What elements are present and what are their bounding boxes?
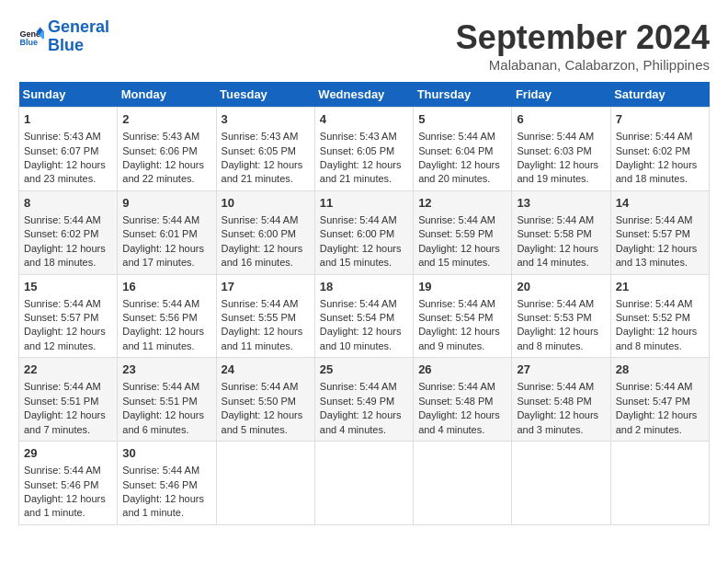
day-number: 3 (222, 111, 310, 128)
calendar-cell: 14Sunrise: 5:44 AMSunset: 5:57 PMDayligh… (610, 190, 709, 274)
sunrise-label: Sunrise: 5:43 AM (24, 131, 101, 142)
sunrise-label: Sunrise: 5:44 AM (418, 131, 495, 142)
sunrise-label: Sunrise: 5:44 AM (320, 214, 397, 225)
weekday-header-saturday: Saturday (610, 82, 709, 108)
day-number: 8 (24, 195, 112, 212)
day-number: 14 (616, 195, 704, 212)
sunrise-label: Sunrise: 5:43 AM (122, 131, 199, 142)
daylight-label: Daylight: 12 hours and 4 minutes. (320, 409, 402, 434)
sunset-label: Sunset: 5:48 PM (418, 396, 493, 407)
logo-text: GeneralBlue (48, 18, 109, 55)
sunrise-label: Sunrise: 5:44 AM (418, 381, 495, 392)
logo: General Blue GeneralBlue (18, 18, 109, 55)
weekday-header-row: SundayMondayTuesdayWednesdayThursdayFrid… (19, 82, 710, 108)
calendar-cell: 1Sunrise: 5:43 AMSunset: 6:07 PMDaylight… (19, 108, 118, 191)
calendar-cell: 24Sunrise: 5:44 AMSunset: 5:50 PMDayligh… (216, 358, 314, 442)
sunset-label: Sunset: 6:02 PM (616, 145, 690, 156)
day-number: 15 (24, 279, 112, 295)
day-number: 19 (418, 279, 506, 295)
daylight-label: Daylight: 12 hours and 19 minutes. (517, 159, 598, 184)
daylight-label: Daylight: 12 hours and 15 minutes. (418, 243, 500, 268)
daylight-label: Daylight: 12 hours and 23 minutes. (24, 159, 106, 184)
day-number: 30 (122, 445, 210, 462)
calendar-week-row-1: 1Sunrise: 5:43 AMSunset: 6:07 PMDaylight… (19, 108, 710, 191)
sunset-label: Sunset: 5:47 PM (616, 396, 690, 407)
daylight-label: Daylight: 12 hours and 21 minutes. (222, 159, 303, 184)
calendar-cell: 27Sunrise: 5:44 AMSunset: 5:48 PMDayligh… (512, 358, 610, 442)
sunset-label: Sunset: 5:51 PM (122, 396, 197, 407)
sunset-label: Sunset: 6:00 PM (320, 228, 394, 239)
calendar-cell (414, 442, 512, 525)
sunrise-label: Sunrise: 5:44 AM (222, 298, 299, 309)
sunrise-label: Sunrise: 5:44 AM (517, 381, 594, 392)
title-area: September 2024 Malabanan, Calabarzon, Ph… (456, 18, 710, 73)
calendar-cell: 25Sunrise: 5:44 AMSunset: 5:49 PMDayligh… (314, 358, 413, 442)
calendar-cell: 4Sunrise: 5:43 AMSunset: 6:05 PMDaylight… (314, 108, 413, 191)
daylight-label: Daylight: 12 hours and 5 minutes. (222, 409, 303, 434)
sunset-label: Sunset: 5:57 PM (616, 228, 690, 239)
daylight-label: Daylight: 12 hours and 4 minutes. (418, 409, 500, 434)
daylight-label: Daylight: 12 hours and 6 minutes. (122, 409, 204, 434)
calendar-cell: 28Sunrise: 5:44 AMSunset: 5:47 PMDayligh… (610, 358, 709, 442)
day-number: 29 (24, 445, 112, 462)
calendar-cell: 23Sunrise: 5:44 AMSunset: 5:51 PMDayligh… (118, 358, 216, 442)
sunset-label: Sunset: 5:55 PM (222, 312, 296, 323)
calendar-cell: 18Sunrise: 5:44 AMSunset: 5:54 PMDayligh… (314, 274, 413, 358)
calendar-cell: 10Sunrise: 5:44 AMSunset: 6:00 PMDayligh… (216, 190, 314, 274)
day-number: 18 (320, 279, 408, 295)
sunrise-label: Sunrise: 5:44 AM (320, 381, 397, 392)
sunset-label: Sunset: 5:53 PM (517, 312, 591, 323)
daylight-label: Daylight: 12 hours and 8 minutes. (517, 326, 598, 350)
sunset-label: Sunset: 6:06 PM (122, 145, 197, 156)
calendar-cell: 7Sunrise: 5:44 AMSunset: 6:02 PMDaylight… (610, 108, 709, 191)
sunrise-label: Sunrise: 5:44 AM (222, 381, 299, 392)
day-number: 25 (320, 362, 408, 378)
calendar-cell: 13Sunrise: 5:44 AMSunset: 5:58 PMDayligh… (512, 190, 610, 274)
sunrise-label: Sunrise: 5:44 AM (616, 214, 693, 225)
daylight-label: Daylight: 12 hours and 14 minutes. (517, 243, 598, 268)
daylight-label: Daylight: 12 hours and 18 minutes. (616, 159, 698, 184)
daylight-label: Daylight: 12 hours and 17 minutes. (122, 243, 204, 268)
calendar-cell: 19Sunrise: 5:44 AMSunset: 5:54 PMDayligh… (414, 274, 512, 358)
weekday-header-friday: Friday (512, 82, 610, 108)
sunset-label: Sunset: 5:50 PM (222, 396, 296, 407)
day-number: 4 (320, 111, 408, 128)
day-number: 21 (616, 279, 704, 295)
calendar-cell: 16Sunrise: 5:44 AMSunset: 5:56 PMDayligh… (118, 274, 216, 358)
daylight-label: Daylight: 12 hours and 13 minutes. (616, 243, 698, 268)
sunrise-label: Sunrise: 5:44 AM (122, 298, 199, 309)
sunset-label: Sunset: 5:49 PM (320, 396, 394, 407)
daylight-label: Daylight: 12 hours and 8 minutes. (616, 326, 698, 350)
calendar-cell: 3Sunrise: 5:43 AMSunset: 6:05 PMDaylight… (216, 108, 314, 191)
weekday-header-monday: Monday (118, 82, 216, 108)
sunset-label: Sunset: 6:05 PM (222, 145, 296, 156)
daylight-label: Daylight: 12 hours and 10 minutes. (320, 326, 402, 350)
location: Malabanan, Calabarzon, Philippines (456, 57, 710, 73)
calendar-cell: 29Sunrise: 5:44 AMSunset: 5:46 PMDayligh… (19, 442, 118, 525)
sunset-label: Sunset: 5:46 PM (24, 479, 98, 490)
calendar-cell: 12Sunrise: 5:44 AMSunset: 5:59 PMDayligh… (414, 190, 512, 274)
sunset-label: Sunset: 5:48 PM (517, 396, 591, 407)
daylight-label: Daylight: 12 hours and 15 minutes. (320, 243, 402, 268)
calendar-cell: 8Sunrise: 5:44 AMSunset: 6:02 PMDaylight… (19, 190, 118, 274)
calendar-cell (512, 442, 610, 525)
calendar-cell: 20Sunrise: 5:44 AMSunset: 5:53 PMDayligh… (512, 274, 610, 358)
calendar-cell: 6Sunrise: 5:44 AMSunset: 6:03 PMDaylight… (512, 108, 610, 191)
day-number: 24 (222, 362, 310, 378)
calendar-body: 1Sunrise: 5:43 AMSunset: 6:07 PMDaylight… (19, 108, 710, 525)
sunrise-label: Sunrise: 5:44 AM (24, 214, 101, 225)
sunrise-label: Sunrise: 5:44 AM (122, 214, 199, 225)
day-number: 22 (24, 362, 112, 378)
weekday-header-thursday: Thursday (414, 82, 512, 108)
day-number: 10 (222, 195, 310, 212)
sunset-label: Sunset: 6:01 PM (122, 228, 197, 239)
day-number: 17 (222, 279, 310, 295)
month-title: September 2024 (456, 18, 710, 57)
calendar-week-row-4: 22Sunrise: 5:44 AMSunset: 5:51 PMDayligh… (19, 358, 710, 442)
day-number: 13 (517, 195, 605, 212)
day-number: 23 (122, 362, 210, 378)
daylight-label: Daylight: 12 hours and 2 minutes. (616, 409, 698, 434)
sunset-label: Sunset: 6:00 PM (222, 228, 296, 239)
calendar-cell: 9Sunrise: 5:44 AMSunset: 6:01 PMDaylight… (118, 190, 216, 274)
sunrise-label: Sunrise: 5:44 AM (616, 131, 693, 142)
